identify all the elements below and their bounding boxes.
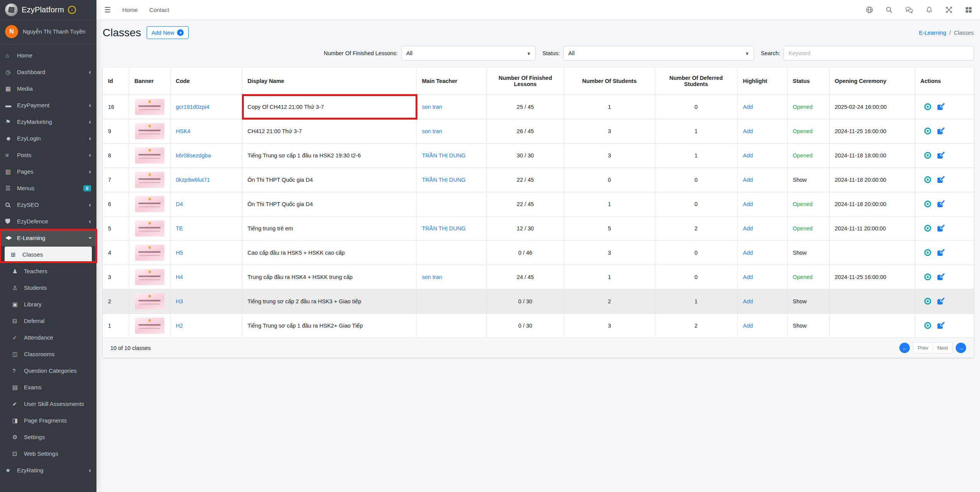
view-class-button[interactable] (924, 249, 932, 257)
finished-lessons-select[interactable]: All ∨ (401, 46, 536, 61)
highlight-add-link[interactable]: Add (743, 128, 753, 134)
main-teacher-link[interactable]: TRẦN THỊ DUNG (422, 152, 466, 159)
sidebar-item-attendance[interactable]: ✓ Attendance (0, 329, 96, 346)
edit-class-button[interactable] (937, 321, 945, 330)
sidebar-item-question-categories[interactable]: ? Question Categories (0, 362, 96, 379)
up-arrow-badge-icon[interactable]: ↑ (68, 6, 76, 14)
class-code-link[interactable]: HSK4 (176, 128, 191, 134)
highlight-add-link[interactable]: Add (743, 201, 753, 207)
sidebar-item-teachers[interactable]: ♟ Teachers (0, 263, 96, 279)
view-class-button[interactable] (924, 103, 932, 111)
globe-icon[interactable] (866, 6, 873, 14)
exams-icon: ▤ (12, 384, 24, 391)
edit-class-button[interactable] (937, 297, 945, 305)
view-class-button[interactable] (924, 176, 932, 184)
highlight-add-link[interactable]: Add (743, 104, 753, 110)
sidebar-item-pages[interactable]: ▥ Pages ‹ (0, 163, 96, 180)
add-new-button[interactable]: Add New + (147, 26, 189, 39)
sidebar-item-ezyrating[interactable]: ★ EzyRating ‹ (0, 462, 96, 478)
sidebar-item-exams[interactable]: ▤ Exams (0, 379, 96, 396)
highlight-add-link[interactable]: Add (743, 274, 753, 280)
class-code-link[interactable]: 0kzp9w6lut71 (176, 177, 210, 183)
highlight-add-link[interactable]: Add (743, 298, 753, 304)
deferral-icon: ⊟ (12, 318, 24, 325)
sidebar-item-classrooms[interactable]: ◫ Classrooms (0, 346, 96, 362)
status-select[interactable]: All ∨ (563, 46, 754, 61)
user-name-link[interactable]: Nguyễn Thị Thanh Tuyền (23, 29, 85, 35)
sidebar-item-menus[interactable]: ☰ Menus 0 (0, 180, 96, 196)
class-code-link[interactable]: gcr191d0zpi4 (176, 104, 210, 110)
class-id: 7 (103, 167, 129, 192)
edit-class-button[interactable] (937, 151, 945, 159)
main-teacher-link[interactable]: son tran (422, 128, 442, 134)
view-class-button[interactable] (924, 127, 932, 135)
edit-class-button[interactable] (937, 176, 945, 184)
main-teacher-link[interactable]: son tran (422, 104, 442, 110)
class-code-link[interactable]: k6r08sezdgba (176, 152, 211, 159)
sidebar-item-library[interactable]: ▣ Library (0, 296, 96, 313)
edit-class-button[interactable] (937, 127, 945, 135)
edit-class-button[interactable] (937, 200, 945, 208)
search-input[interactable] (784, 46, 974, 61)
deferred-students-count: 1 (655, 289, 737, 313)
highlight-add-link[interactable]: Add (743, 225, 753, 232)
sidebar-item-media[interactable]: ▦ Media (0, 80, 96, 97)
view-class-button[interactable] (924, 273, 932, 281)
class-code-link[interactable]: H2 (176, 323, 183, 329)
sidebar-item-deferral[interactable]: ⊟ Deferral (0, 313, 96, 329)
highlight-add-link[interactable]: Add (743, 250, 753, 256)
prev-page-button[interactable]: Prev (913, 342, 933, 353)
view-class-button[interactable] (924, 224, 932, 232)
main-teacher-link[interactable]: TRẦN THỊ DUNG (422, 177, 466, 183)
sidebar-toggle-icon[interactable]: ☰ (104, 5, 111, 14)
sidebar-item-ezyseo[interactable]: EzySEO ‹ (0, 196, 96, 213)
menus-icon: ☰ (5, 185, 17, 192)
next-page-button[interactable]: Next (933, 342, 953, 353)
view-class-button[interactable] (924, 321, 932, 330)
sidebar-item-home[interactable]: ⌂ Home (0, 47, 96, 64)
edit-class-button[interactable] (937, 224, 945, 232)
sidebar-item-classes[interactable]: ⊞ Classes (5, 247, 92, 262)
sidebar-item-ezymarketing[interactable]: ⚑ EzyMarketing ‹ (0, 113, 96, 130)
highlight-add-link[interactable]: Add (743, 152, 753, 159)
edit-class-button[interactable] (937, 249, 945, 257)
topnav-link-home[interactable]: Home (122, 7, 138, 13)
main-teacher-link[interactable]: son tran (422, 274, 442, 280)
sidebar-item-elearning[interactable]: E-Learning ‹ (0, 230, 96, 246)
view-class-button[interactable] (924, 200, 932, 208)
sidebar-item-posts[interactable]: ≡ Posts ‹ (0, 147, 96, 163)
class-code-link[interactable]: D4 (176, 201, 183, 207)
sidebar-item-ezypayment[interactable]: ▬ EzyPayment ‹ (0, 97, 96, 113)
class-code-link[interactable]: H3 (176, 298, 183, 304)
sidebar-item-page-fragments[interactable]: ◨ Page Fragments (0, 412, 96, 429)
class-code-link[interactable]: H5 (176, 250, 183, 256)
highlight-add-link[interactable]: Add (743, 177, 753, 183)
filter-bar: Number Of Finished Lessons: All ∨ Status… (103, 46, 974, 61)
view-class-button[interactable] (924, 151, 932, 159)
first-page-button[interactable]: ← (899, 343, 910, 353)
main-teacher-link[interactable]: TRẦN THỊ DUNG (422, 225, 466, 232)
class-code-link[interactable]: H4 (176, 274, 183, 280)
highlight-add-link[interactable]: Add (743, 323, 753, 329)
topnav-link-contact[interactable]: Contact (149, 7, 169, 13)
last-page-button[interactable]: → (956, 343, 966, 353)
sidebar-item-ezylogin[interactable]: ☻ EzyLogin ‹ (0, 130, 96, 147)
bell-icon[interactable] (926, 6, 933, 14)
class-code-link[interactable]: TE (176, 225, 183, 232)
sidebar-item-ezydefence[interactable]: EzyDefence ‹ (0, 213, 96, 230)
column-header-id: Id (103, 68, 129, 95)
sidebar-item-dashboard[interactable]: ◷ Dashboard ‹ (0, 64, 96, 80)
comments-icon[interactable] (905, 6, 913, 14)
edit-class-button[interactable] (937, 103, 945, 111)
sidebar-item-user-skill-assessments[interactable]: ✔ User Skill Assessments (0, 396, 96, 412)
finished-lessons-value: 22 / 45 (487, 167, 564, 192)
sidebar-item-settings[interactable]: ⚙ Settings (0, 429, 96, 445)
sidebar-item-students[interactable]: ♙ Students (0, 279, 96, 296)
edit-class-button[interactable] (937, 273, 945, 281)
view-class-button[interactable] (924, 297, 932, 305)
sidebar-item-web-settings[interactable]: ⊡ Web Settings (0, 445, 96, 462)
grid-icon[interactable] (965, 6, 972, 14)
breadcrumb-elearning-link[interactable]: E-Learning (919, 30, 946, 36)
search-icon[interactable] (885, 6, 893, 14)
fullscreen-icon[interactable] (945, 6, 953, 14)
